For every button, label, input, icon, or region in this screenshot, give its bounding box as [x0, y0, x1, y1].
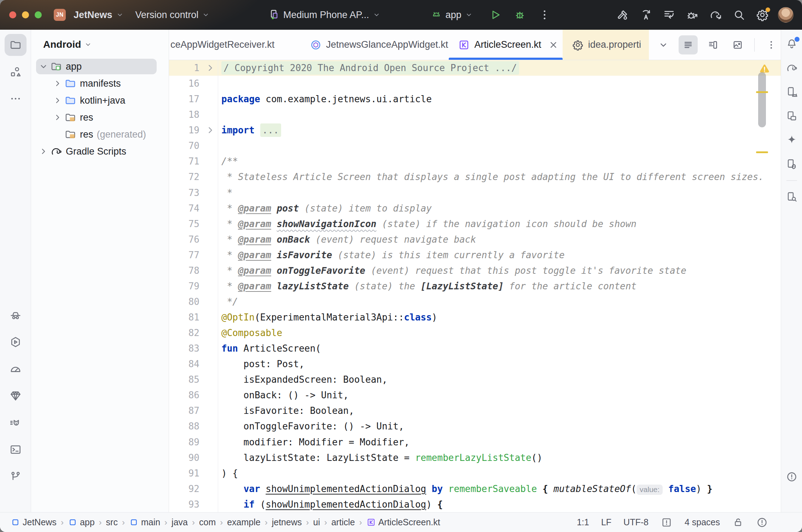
- editor-options-button[interactable]: [762, 35, 781, 54]
- chevron-right-icon[interactable]: [52, 94, 63, 106]
- fold-gutter: [203, 107, 218, 122]
- line-number: 89: [169, 434, 203, 450]
- breadcrumb-item-example[interactable]: example: [227, 517, 261, 527]
- gemini-button[interactable]: [783, 132, 800, 149]
- tree-item-label: app: [66, 61, 82, 72]
- more-tool-windows-button[interactable]: [5, 88, 27, 110]
- tab-ceappwidgetreceiver-kt[interactable]: ceAppWidgetReceiver.kt: [169, 30, 301, 60]
- view-design-button[interactable]: [728, 35, 747, 54]
- search-everywhere-button[interactable]: [729, 5, 749, 25]
- tabbar-actions: [654, 30, 781, 60]
- fold-gutter[interactable]: [203, 122, 218, 138]
- resource-manager-button[interactable]: [5, 61, 27, 83]
- folder-res-icon: [64, 128, 76, 140]
- breadcrumb-separator: ›: [164, 517, 167, 527]
- device-explorer-button[interactable]: [783, 189, 800, 206]
- fold-gutter[interactable]: [203, 60, 218, 76]
- problem-icon[interactable]: [756, 516, 768, 528]
- run-button[interactable]: [485, 5, 505, 25]
- tree-item-label: res: [80, 129, 93, 140]
- tree-item-app[interactable]: app: [31, 58, 169, 75]
- breadcrumb-item-com[interactable]: com: [199, 517, 216, 527]
- debug-button[interactable]: [510, 5, 530, 25]
- minimize-window-button[interactable]: [22, 11, 29, 18]
- breadcrumb-item-article[interactable]: article: [331, 517, 355, 527]
- code-editor[interactable]: 1 / Copyright 2020 The Android Open Sour…: [169, 60, 781, 512]
- view-code-button[interactable]: [679, 35, 698, 54]
- terminal-button[interactable]: [5, 439, 27, 461]
- unlock-icon[interactable]: [732, 516, 744, 528]
- breadcrumb-item-articlescreen-kt[interactable]: ArticleScreen.kt: [366, 517, 440, 527]
- logcat-button[interactable]: [5, 412, 27, 434]
- running-devices-button[interactable]: [783, 108, 800, 125]
- version-control-tool-button[interactable]: [5, 466, 27, 487]
- tree-item-res[interactable]: res: [31, 109, 169, 126]
- profile-button[interactable]: [776, 5, 796, 25]
- fold-gutter: [203, 403, 218, 418]
- chevron-right-icon[interactable]: [52, 77, 63, 89]
- indent-size[interactable]: 4 spaces: [685, 517, 720, 527]
- breadcrumb-item-src[interactable]: src: [106, 517, 118, 527]
- view-split-button[interactable]: [703, 35, 722, 54]
- breadcrumb-item-java[interactable]: java: [172, 517, 188, 527]
- project-view-selector[interactable]: Android: [31, 35, 169, 54]
- close-icon[interactable]: [547, 39, 559, 51]
- sync-rename-button[interactable]: [636, 5, 656, 25]
- chevron-right-icon[interactable]: [38, 145, 49, 157]
- tab-list-dropdown-button[interactable]: [654, 35, 673, 54]
- tab-idea-properti[interactable]: idea.properti: [563, 30, 649, 60]
- window-controls: [9, 11, 42, 18]
- tree-item-manifests[interactable]: manifests: [31, 75, 169, 92]
- settings-button[interactable]: [752, 5, 772, 25]
- project-button[interactable]: [5, 34, 27, 56]
- encoding[interactable]: UTF-8: [623, 517, 649, 527]
- caret-position[interactable]: 1:1: [577, 517, 589, 527]
- fold-arrow-icon[interactable]: [204, 124, 216, 136]
- problems-button[interactable]: [783, 468, 800, 485]
- device-manager-button[interactable]: [783, 83, 800, 100]
- incognito-icon: [9, 309, 22, 322]
- chevron-down-icon: [465, 11, 473, 19]
- tree-item-res[interactable]: res (generated): [31, 126, 169, 143]
- profiler-button[interactable]: [5, 358, 27, 380]
- close-window-button[interactable]: [9, 11, 16, 18]
- notifications-button[interactable]: [783, 35, 800, 52]
- code-line: 74 * @param post (state) item to display: [169, 201, 781, 216]
- chevron-right-icon[interactable]: [52, 111, 63, 123]
- run-configuration-selector[interactable]: app: [427, 7, 477, 23]
- app-quality-insights-button[interactable]: [5, 304, 27, 326]
- fold-gutter: [203, 418, 218, 434]
- device-selector[interactable]: Medium Phone AP...: [265, 7, 384, 23]
- tree-item-kotlin-java[interactable]: kotlin+java: [31, 92, 169, 109]
- build-button[interactable]: [612, 5, 632, 25]
- gradle-button[interactable]: [783, 59, 800, 76]
- run-tool-button[interactable]: [5, 331, 27, 353]
- attach-debugger-button[interactable]: [682, 5, 702, 25]
- tab-jetnewsglanceappwidget-kt[interactable]: JetnewsGlanceAppWidget.kt: [301, 30, 449, 60]
- project-selector[interactable]: JetNews: [70, 7, 128, 23]
- tab-articlescreen-kt[interactable]: ArticleScreen.kt: [449, 30, 563, 60]
- fold-gutter: [203, 263, 218, 278]
- indent-alert-icon[interactable]: [661, 516, 673, 528]
- code-line: 70: [169, 138, 781, 154]
- device-mirroring-button[interactable]: [783, 156, 800, 173]
- vcs-menu-button[interactable]: Version control: [132, 7, 214, 23]
- breadcrumb-item-jetnews[interactable]: jetnews: [272, 517, 302, 527]
- gradle-sync-button[interactable]: [706, 5, 726, 25]
- tree-item-gradle-scripts[interactable]: Gradle Scripts: [31, 143, 169, 160]
- breadcrumb-item-ui[interactable]: ui: [313, 517, 320, 527]
- line-ending[interactable]: LF: [601, 517, 611, 527]
- breadcrumb-item-app[interactable]: app: [68, 517, 95, 527]
- breadcrumb-label: JetNews: [23, 517, 57, 527]
- module-icon: [68, 517, 77, 527]
- maximize-window-button[interactable]: [35, 11, 42, 18]
- more-run-options-button[interactable]: [535, 5, 554, 25]
- fold-arrow-icon[interactable]: [204, 62, 216, 74]
- breadcrumb-item-main[interactable]: main: [129, 517, 160, 527]
- app-inspection-button[interactable]: [5, 385, 27, 407]
- breadcrumb-item-jetnews[interactable]: JetNews: [11, 517, 57, 527]
- gradle-icon: [50, 145, 62, 157]
- editor-scrollbar[interactable]: [758, 72, 766, 127]
- chevron-down-icon[interactable]: [38, 60, 49, 73]
- recent-changes-button[interactable]: [659, 5, 679, 25]
